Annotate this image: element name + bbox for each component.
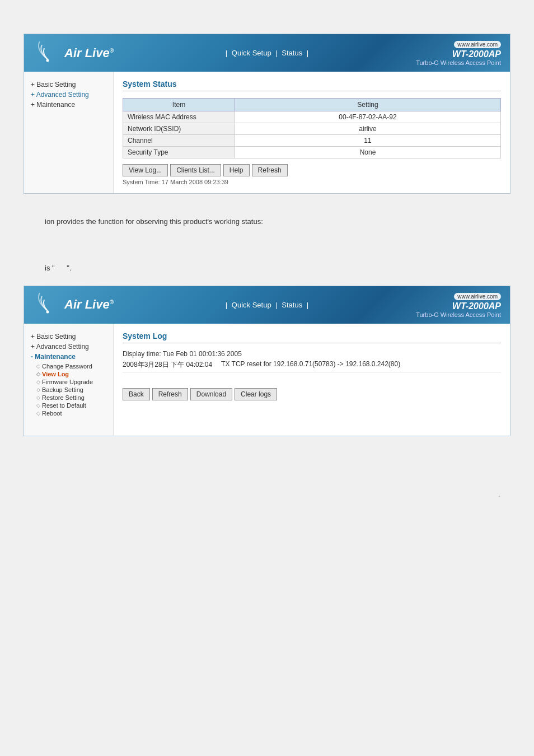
- sidebar-basic-setting[interactable]: + Basic Setting: [31, 81, 106, 88]
- nav-separator-5: |: [275, 301, 277, 309]
- clients-list-button[interactable]: Clients List...: [170, 164, 221, 176]
- sidebar2-sub-view-log[interactable]: View Log: [36, 371, 106, 377]
- logo-area-2: Air Live®: [33, 293, 114, 316]
- panel-header-1: Air Live® | Quick Setup | Status | www.a…: [24, 34, 510, 72]
- nav-links: | Quick Setup | Status |: [226, 49, 308, 57]
- table-cell-setting: airlive: [235, 123, 501, 135]
- table-cell-setting: 11: [235, 135, 501, 147]
- panel-header-2: Air Live® | Quick Setup | Status | www.a…: [24, 286, 510, 324]
- table-row: Wireless MAC Address00-4F-87-02-AA-92: [123, 111, 501, 123]
- section-title-2: System Log: [123, 332, 501, 343]
- main-content-1: System Status Item Setting Wireless MAC …: [114, 72, 510, 193]
- sidebar-advanced-setting[interactable]: + Advanced Setting: [31, 91, 106, 99]
- router-panel-2: Air Live® | Quick Setup | Status | www.a…: [24, 286, 510, 436]
- main-content-2: System Log Display time: Tue Feb 01 00:0…: [114, 324, 510, 436]
- nav-quick-setup[interactable]: Quick Setup: [232, 49, 271, 57]
- nav-quick-setup-2[interactable]: Quick Setup: [232, 301, 271, 309]
- page-number: .: [499, 492, 500, 498]
- refresh-button-1[interactable]: Refresh: [252, 164, 288, 176]
- sidebar2-advanced-setting[interactable]: + Advanced Setting: [31, 343, 106, 351]
- nav-links-2: | Quick Setup | Status |: [226, 301, 308, 309]
- nav-separator-2: |: [275, 49, 277, 57]
- header-right-1: www.airlive.com WT-2000AP Turbo-G Wirele…: [416, 40, 501, 66]
- logo-waves-icon-2: [33, 293, 62, 316]
- sidebar2-basic-setting[interactable]: + Basic Setting: [31, 333, 106, 340]
- website-badge-2: www.airlive.com: [454, 293, 501, 300]
- view-log-button[interactable]: View Log...: [123, 164, 168, 176]
- table-col-item: Item: [123, 99, 235, 111]
- panel-body-2: + Basic Setting + Advanced Setting - Mai…: [24, 324, 510, 436]
- svg-point-0: [46, 59, 49, 62]
- system-time: System Time: 17 March 2008 09:23:39: [123, 179, 501, 185]
- table-cell-item: Wireless MAC Address: [123, 111, 235, 123]
- section-title-1: System Status: [123, 80, 501, 91]
- logo-area: Air Live®: [33, 41, 114, 65]
- clear-logs-button[interactable]: Clear logs: [235, 388, 277, 400]
- button-row-2: Back Refresh Download Clear logs: [123, 388, 501, 400]
- website-badge: www.airlive.com: [454, 41, 501, 48]
- header-right-2: www.airlive.com WT-2000AP Turbo-G Wirele…: [416, 292, 501, 318]
- nav-status-2[interactable]: Status: [282, 301, 302, 309]
- table-cell-item: Channel: [123, 135, 235, 147]
- sidebar2-sub-change-password[interactable]: Change Password: [36, 363, 106, 370]
- table-cell-item: Network ID(SSID): [123, 123, 235, 135]
- model-name-2: WT-2000AP: [416, 301, 501, 311]
- back-button[interactable]: Back: [123, 388, 150, 400]
- download-button[interactable]: Download: [190, 388, 232, 400]
- nav-separator-3: |: [307, 49, 308, 57]
- brand-name: Air Live®: [64, 46, 114, 60]
- table-cell-item: Security Type: [123, 147, 235, 158]
- button-row-1: View Log... Clients List... Help Refresh: [123, 164, 501, 176]
- panel-body-1: + Basic Setting + Advanced Setting + Mai…: [24, 72, 510, 193]
- sidebar-2: + Basic Setting + Advanced Setting - Mai…: [24, 324, 114, 436]
- product-desc: Turbo-G Wireless Access Point: [416, 59, 501, 66]
- product-desc-2: Turbo-G Wireless Access Point: [416, 311, 501, 318]
- middle-text-line1: ion provides the function for observing …: [45, 216, 489, 228]
- sidebar-1: + Basic Setting + Advanced Setting + Mai…: [24, 72, 114, 193]
- table-row: Channel11: [123, 135, 501, 147]
- sidebar2-sub-restore-setting[interactable]: Restore Setting: [36, 394, 106, 401]
- nav-separator-6: |: [307, 301, 308, 309]
- sidebar-maintenance[interactable]: + Maintenance: [31, 101, 106, 109]
- model-name: WT-2000AP: [416, 49, 501, 59]
- middle-text-line2: is " ".: [45, 263, 489, 274]
- sidebar2-sub-firmware-upgrade[interactable]: Firmware Upgrade: [36, 379, 106, 385]
- sidebar2-sub-menu: Change PasswordView LogFirmware UpgradeB…: [36, 363, 106, 417]
- sidebar2-maintenance[interactable]: - Maintenance: [31, 353, 106, 361]
- nav-status[interactable]: Status: [282, 49, 302, 57]
- nav-separator-1: |: [226, 49, 227, 57]
- sidebar2-sub-reboot[interactable]: Reboot: [36, 410, 106, 417]
- brand-name-2: Air Live®: [64, 297, 114, 312]
- log-message: TX TCP reset for 192.168.0.71(50783) -> …: [221, 360, 400, 370]
- table-cell-setting: 00-4F-87-02-AA-92: [235, 111, 501, 123]
- status-table: Item Setting Wireless MAC Address00-4F-8…: [123, 98, 501, 158]
- table-col-setting: Setting: [235, 99, 501, 111]
- nav-separator-4: |: [226, 301, 227, 309]
- sidebar2-sub-reset-to-default[interactable]: Reset to Default: [36, 402, 106, 409]
- refresh-button-2[interactable]: Refresh: [152, 388, 188, 400]
- table-cell-setting: None: [235, 147, 501, 158]
- table-row: Security TypeNone: [123, 147, 501, 158]
- svg-point-1: [46, 311, 49, 314]
- table-row: Network ID(SSID)airlive: [123, 123, 501, 135]
- sidebar2-sub-backup-setting[interactable]: Backup Setting: [36, 386, 106, 393]
- log-entry: 2008年3月28日 下午 04:02:04 TX TCP reset for …: [123, 360, 501, 372]
- text-section: ion provides the function for observing …: [22, 205, 512, 286]
- log-timestamp: 2008年3月28日 下午 04:02:04: [123, 360, 212, 370]
- router-panel-1: Air Live® | Quick Setup | Status | www.a…: [24, 34, 510, 194]
- logo-waves-icon: [33, 41, 62, 65]
- log-display-time: Display time: Tue Feb 01 00:01:36 2005: [123, 350, 501, 358]
- help-button[interactable]: Help: [223, 164, 250, 176]
